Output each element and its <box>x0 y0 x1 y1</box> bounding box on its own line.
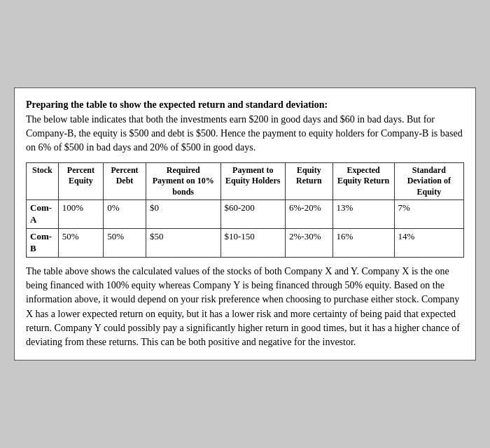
cell-payment-equity: $60-200 <box>220 200 286 229</box>
cell-expected-equity-return: 16% <box>332 229 394 258</box>
cell-expected-equity-return: 13% <box>332 200 394 229</box>
intro-body: The below table indicates that both the … <box>26 114 463 153</box>
table-row: Com-A100%0%$0$60-2006%-20%13%7% <box>27 200 464 229</box>
cell-required-payment: $50 <box>146 229 220 258</box>
footer-section: The table above shows the calculated val… <box>26 265 464 350</box>
cell-percent-equity: 50% <box>58 229 104 258</box>
cell-std-dev: 7% <box>394 200 463 229</box>
footer-text: The table above shows the calculated val… <box>26 266 460 347</box>
cell-equity-return: 6%-20% <box>286 200 333 229</box>
data-table: Stock Percent Equity Percent Debt Requir… <box>26 162 464 258</box>
col-header-stock: Stock <box>27 162 59 200</box>
cell-std-dev: 14% <box>394 229 463 258</box>
intro-section: Preparing the table to show the expected… <box>26 98 464 155</box>
intro-title: Preparing the table to show the expected… <box>26 99 328 110</box>
table-row: Com-B50%50%$50$10-1502%-30%16%14% <box>27 229 464 258</box>
cell-payment-equity: $10-150 <box>220 229 286 258</box>
cell-equity-return: 2%-30% <box>286 229 333 258</box>
col-header-std-dev: Standard Deviation of Equity <box>394 162 463 200</box>
cell-stock: Com-B <box>27 229 59 258</box>
main-card: Preparing the table to show the expected… <box>14 88 476 360</box>
cell-percent-equity: 100% <box>58 200 104 229</box>
col-header-expected-equity-return: Expected Equity Return <box>332 162 394 200</box>
col-header-percent-debt: Percent Debt <box>104 162 146 200</box>
cell-percent-debt: 50% <box>104 229 146 258</box>
col-header-payment-equity: Payment to Equity Holders <box>220 162 286 200</box>
cell-stock: Com-A <box>27 200 59 229</box>
cell-required-payment: $0 <box>146 200 220 229</box>
col-header-equity-return: Equity Return <box>286 162 333 200</box>
col-header-percent-equity: Percent Equity <box>58 162 104 200</box>
col-header-required-payment: Required Payment on 10% bonds <box>146 162 220 200</box>
cell-percent-debt: 0% <box>104 200 146 229</box>
